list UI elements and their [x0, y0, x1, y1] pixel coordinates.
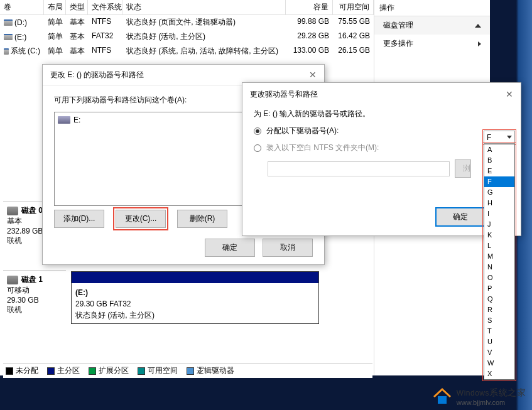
- dropdown-option[interactable]: T: [484, 326, 514, 337]
- close-icon[interactable]: ✕: [506, 89, 513, 100]
- drive-icon: [4, 34, 13, 40]
- close-icon[interactable]: ✕: [309, 70, 317, 80]
- drive-letter-combo[interactable]: F: [484, 131, 515, 144]
- drive-letter-dropdown[interactable]: ABEFGHIJKLMNOPQRSTUVWX: [484, 144, 515, 380]
- dropdown-option[interactable]: E: [484, 166, 514, 176]
- svg-rect-0: [438, 396, 447, 404]
- actions-disk-mgmt[interactable]: 磁盘管理: [374, 16, 490, 35]
- dropdown-option[interactable]: I: [484, 208, 514, 219]
- collapse-icon: [475, 24, 481, 28]
- dropdown-option[interactable]: J: [484, 219, 514, 230]
- drive-icon: [58, 116, 70, 124]
- dialog2-prompt: 为 E: () 输入新的驱动器号或路径。: [254, 109, 509, 119]
- col-free[interactable]: 可用空间: [333, 0, 374, 14]
- col-type[interactable]: 类型: [66, 0, 88, 14]
- chevron-down-icon: [507, 136, 512, 139]
- disk-icon: [7, 276, 18, 284]
- volume-table-header: 卷 布局 类型 文件系统 状态 容量 可用空间: [0, 0, 374, 15]
- mount-path-input: [268, 161, 450, 176]
- dropdown-option[interactable]: P: [484, 283, 514, 294]
- watermark: Windows系统之家 www.bjjmlv.com: [432, 386, 526, 407]
- table-row[interactable]: (D:) 简单基本 NTFS状态良好 (页面文件, 逻辑驱动器) 99.88 G…: [0, 15, 374, 30]
- dropdown-option[interactable]: N: [484, 262, 514, 272]
- browse-button: 浏: [455, 159, 471, 178]
- legend-logical-icon: [187, 367, 194, 375]
- dropdown-option[interactable]: L: [484, 240, 514, 251]
- submenu-icon: [478, 41, 481, 46]
- table-row[interactable]: (E:) 简单基本 FAT32状态良好 (活动, 主分区) 29.28 GB16…: [0, 30, 374, 44]
- actions-more[interactable]: 更多操作: [374, 35, 490, 53]
- legend-extended-icon: [89, 367, 96, 375]
- dropdown-option[interactable]: K: [484, 230, 514, 240]
- dropdown-option[interactable]: H: [484, 198, 514, 208]
- dropdown-option[interactable]: S: [484, 315, 514, 326]
- dialog2-title: 更改驱动器号和路径: [250, 89, 318, 100]
- drive-icon: [4, 48, 9, 55]
- ok-button[interactable]: 确定: [205, 239, 255, 257]
- radio-assign-letter[interactable]: [254, 127, 261, 135]
- dropdown-option[interactable]: R: [484, 305, 514, 315]
- remove-button[interactable]: 删除(R): [177, 210, 227, 228]
- dropdown-option[interactable]: V: [484, 347, 514, 358]
- dropdown-option[interactable]: A: [484, 144, 514, 155]
- ok-button[interactable]: 确定: [435, 207, 486, 227]
- col-volume[interactable]: 卷: [0, 0, 44, 14]
- dialog1-title: 更改 E: () 的驱动器号和路径: [50, 70, 144, 80]
- dropdown-option[interactable]: F: [484, 176, 514, 187]
- disk-1-partition-e[interactable]: (E:) 29.30 GB FAT32 状态良好 (活动, 主分区): [71, 271, 319, 324]
- dropdown-option[interactable]: G: [484, 187, 514, 198]
- dropdown-option[interactable]: U: [484, 337, 514, 347]
- col-status[interactable]: 状态: [122, 0, 286, 14]
- table-row[interactable]: 系统 (C:) 简单基本 NTFS状态良好 (系统, 启动, 活动, 故障转储,…: [0, 44, 374, 58]
- radio-mount-folder[interactable]: [254, 144, 261, 152]
- drive-icon: [4, 19, 13, 26]
- house-icon: [432, 386, 453, 407]
- dropdown-option[interactable]: X: [484, 369, 514, 379]
- dropdown-option[interactable]: W: [484, 358, 514, 369]
- disk-1-info: 磁盘 1 可移动 29.30 GB 联机: [3, 270, 66, 319]
- col-capacity[interactable]: 容量: [286, 0, 333, 14]
- assign-drive-letter-dialog: 更改驱动器号和路径 ✕ 为 E: () 输入新的驱动器号或路径。 分配以下驱动器…: [242, 82, 521, 236]
- partition-header-bar: [72, 272, 318, 283]
- legend-unallocated-icon: [6, 367, 13, 375]
- dropdown-option[interactable]: M: [484, 251, 514, 262]
- legend: 未分配 主分区 扩展分区 可用空间 逻辑驱动器: [3, 363, 372, 378]
- dropdown-option[interactable]: Q: [484, 294, 514, 305]
- change-button[interactable]: 更改(C)...: [116, 210, 166, 228]
- col-fs[interactable]: 文件系统: [88, 0, 122, 14]
- cancel-button[interactable]: 取消: [263, 239, 313, 257]
- legend-primary-icon: [47, 367, 55, 375]
- legend-free-icon: [138, 367, 145, 375]
- col-layout[interactable]: 布局: [44, 0, 66, 14]
- dropdown-option[interactable]: B: [484, 155, 514, 166]
- add-button[interactable]: 添加(D)...: [54, 210, 104, 228]
- dropdown-option[interactable]: O: [484, 272, 514, 283]
- actions-header: 操作: [374, 0, 490, 16]
- disk-icon: [7, 207, 18, 215]
